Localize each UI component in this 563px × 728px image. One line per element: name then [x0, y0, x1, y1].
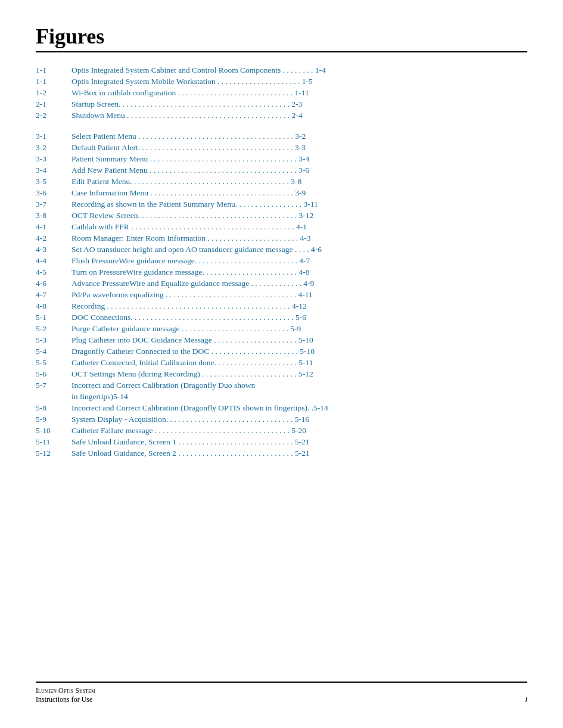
fig-label: Edit Patient Menu. . . . . . . . . . . .…: [71, 176, 527, 187]
fig-number: 4-4: [36, 255, 71, 266]
table-row: 5-6OCT Settings Menu (during Recording) …: [36, 368, 527, 379]
table-row: 4-6Advance PressureWire and Equalize gui…: [36, 278, 527, 289]
fig-label: Case Information Menu . . . . . . . . . …: [71, 187, 527, 198]
fig-number: 5-7: [36, 379, 71, 391]
fig-label: Incorrect and Correct Calibration (Drago…: [71, 402, 527, 413]
fig-label: System Display - Acquisition. . . . . . …: [71, 413, 527, 425]
table-row: 5-11Safe Unload Guidance, Screen 1 . . .…: [36, 436, 527, 447]
table-row: 1-1Optis Integrated System Cabinet and C…: [36, 64, 527, 76]
fig-number: 3-7: [36, 198, 71, 210]
fig-number: 5-5: [36, 357, 71, 368]
fig-label: DOC Connections. . . . . . . . . . . . .…: [71, 312, 527, 323]
fig-number: 1-1: [36, 76, 71, 87]
figures-table: 1-1Optis Integrated System Cabinet and C…: [36, 64, 527, 459]
fig-number: 4-3: [36, 244, 71, 255]
table-row: 5-12Safe Unload Guidance, Screen 2 . . .…: [36, 447, 527, 459]
table-row: 5-3Plug Catheter into DOC Guidance Messa…: [36, 334, 527, 346]
fig-number: 5-6: [36, 368, 71, 379]
table-row: 3-2Default Patient Alert. . . . . . . . …: [36, 142, 527, 153]
fig-label: Dragonfly Catheter Connected to the DOC …: [71, 346, 527, 357]
table-row: 4-7Pd/Pa waveforms equalizing . . . . . …: [36, 289, 527, 300]
fig-label: Pd/Pa waveforms equalizing . . . . . . .…: [71, 289, 527, 300]
footer: Ilumien Optis System Instructions for Us…: [36, 682, 527, 704]
footer-brand-line1: Ilumien Optis System: [36, 686, 95, 695]
table-row: 1-1Optis Integrated System Mobile Workst…: [36, 76, 527, 87]
table-row: 4-5Turn on PressureWire guidance message…: [36, 266, 527, 278]
table-row: 3-1Select Patient Menu . . . . . . . . .…: [36, 130, 527, 142]
fig-label: Recording . . . . . . . . . . . . . . . …: [71, 300, 527, 312]
fig-label: Turn on PressureWire guidance message. .…: [71, 266, 527, 278]
fig-label: OCT Settings Menu (during Recording) . .…: [71, 368, 527, 379]
table-row: 1-2Wi-Box in cathlab configuration . . .…: [36, 87, 527, 98]
table-row: 2-2Shutdown Menu . . . . . . . . . . . .…: [36, 110, 527, 121]
fig-label: Default Patient Alert. . . . . . . . . .…: [71, 142, 527, 153]
table-row: 5-4Dragonfly Catheter Connected to the D…: [36, 346, 527, 357]
table-row: 4-8Recording . . . . . . . . . . . . . .…: [36, 300, 527, 312]
table-row: 4-2Room Manager: Enter Room Information …: [36, 232, 527, 244]
fig-number: 3-4: [36, 164, 71, 176]
fig-label-wrap: in fingertips)5-14: [71, 391, 527, 402]
table-row: 5-10Catheter Failure message . . . . . .…: [36, 425, 527, 436]
fig-label: Optis Integrated System Mobile Workstati…: [71, 76, 527, 87]
title-divider: [36, 51, 527, 52]
table-row: 5-7Incorrect and Correct Calibration (Dr…: [36, 379, 527, 391]
fig-number: 5-9: [36, 413, 71, 425]
fig-label: Optis Integrated System Cabinet and Cont…: [71, 64, 527, 76]
fig-label: Shutdown Menu . . . . . . . . . . . . . …: [71, 110, 527, 121]
table-row: 4-1Cathlab with FFR . . . . . . . . . . …: [36, 221, 527, 232]
page: Figures 1-1Optis Integrated System Cabin…: [0, 0, 563, 728]
fig-label: Plug Catheter into DOC Guidance Message …: [71, 334, 527, 346]
fig-number: 4-2: [36, 232, 71, 244]
page-title: Figures: [36, 24, 527, 49]
table-row: 3-7Recording as shown in the Patient Sum…: [36, 198, 527, 210]
table-row: 4-3Set AO transducer height and open AO …: [36, 244, 527, 255]
fig-label: Safe Unload Guidance, Screen 2 . . . . .…: [71, 447, 527, 459]
table-row: 5-8Incorrect and Correct Calibration (Dr…: [36, 402, 527, 413]
fig-number: 5-11: [36, 436, 71, 447]
fig-number: 5-12: [36, 447, 71, 459]
fig-label: Safe Unload Guidance, Screen 1 . . . . .…: [71, 436, 527, 447]
fig-label: Startup Screen. . . . . . . . . . . . . …: [71, 98, 527, 110]
fig-label: Catheter Connected, Initial Calibration …: [71, 357, 527, 368]
fig-number: 3-1: [36, 130, 71, 142]
fig-label: Advance PressureWire and Equalize guidan…: [71, 278, 527, 289]
table-row: 4-4Flush PressureWire guidance message. …: [36, 255, 527, 266]
fig-label: Incorrect and Correct Calibration (Drago…: [71, 379, 527, 391]
brand-small-caps: Ilumien Optis System: [36, 686, 95, 695]
fig-number: 5-4: [36, 346, 71, 357]
fig-label: Room Manager: Enter Room Information . .…: [71, 232, 527, 244]
fig-number: 2-1: [36, 98, 71, 110]
fig-number: 4-1: [36, 221, 71, 232]
fig-number: 4-6: [36, 278, 71, 289]
fig-number: 1-1: [36, 64, 71, 76]
table-row: 5-2Purge Catheter guidance message . . .…: [36, 323, 527, 334]
fig-label: Select Patient Menu . . . . . . . . . . …: [71, 130, 527, 142]
fig-label: Flush PressureWire guidance message. . .…: [71, 255, 527, 266]
fig-number: 1-2: [36, 87, 71, 98]
fig-number: 3-6: [36, 187, 71, 198]
footer-page-number: i: [525, 695, 527, 704]
table-row: 5-1DOC Connections. . . . . . . . . . . …: [36, 312, 527, 323]
footer-left: Ilumien Optis System Instructions for Us…: [36, 686, 95, 704]
table-row: in fingertips)5-14: [36, 391, 527, 402]
fig-number-empty: [36, 391, 71, 402]
fig-label: Patient Summary Menu . . . . . . . . . .…: [71, 153, 527, 164]
table-row: 3-6Case Information Menu . . . . . . . .…: [36, 187, 527, 198]
table-row: 3-4Add New Patient Menu . . . . . . . . …: [36, 164, 527, 176]
table-row: 2-1Startup Screen. . . . . . . . . . . .…: [36, 98, 527, 110]
fig-number: 2-2: [36, 110, 71, 121]
table-row: 5-9System Display - Acquisition. . . . .…: [36, 413, 527, 425]
fig-number: 4-7: [36, 289, 71, 300]
table-row: 5-5Catheter Connected, Initial Calibrati…: [36, 357, 527, 368]
fig-label: Purge Catheter guidance message . . . . …: [71, 323, 527, 334]
fig-number: 3-3: [36, 153, 71, 164]
fig-label: Catheter Failure message . . . . . . . .…: [71, 425, 527, 436]
fig-number: 3-5: [36, 176, 71, 187]
fig-number: 4-8: [36, 300, 71, 312]
table-row: 3-8OCT Review Screen. . . . . . . . . . …: [36, 210, 527, 221]
section-gap-row: [36, 121, 527, 130]
table-row: 3-5Edit Patient Menu. . . . . . . . . . …: [36, 176, 527, 187]
fig-number: 5-1: [36, 312, 71, 323]
table-row: 3-3Patient Summary Menu . . . . . . . . …: [36, 153, 527, 164]
fig-number: 5-2: [36, 323, 71, 334]
